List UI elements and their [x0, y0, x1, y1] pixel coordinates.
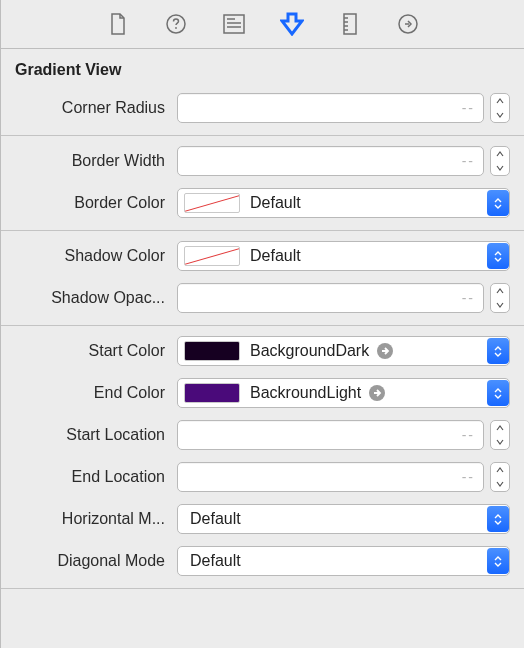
separator — [1, 325, 524, 326]
shadow-color-value: Default — [250, 247, 301, 265]
inspector-tabbar — [1, 0, 524, 49]
popup-arrows-icon — [487, 190, 509, 216]
placeholder: -- — [462, 427, 475, 443]
label-border-width: Border Width — [15, 152, 177, 170]
tab-help[interactable] — [164, 12, 188, 36]
row-corner-radius: Corner Radius -- — [1, 87, 524, 129]
label-corner-radius: Corner Radius — [15, 99, 177, 117]
label-start-color: Start Color — [15, 342, 177, 360]
start-color-value: BackgroundDark — [250, 342, 369, 360]
row-end-color: End Color BackroundLight — [1, 372, 524, 414]
label-shadow-color: Shadow Color — [15, 247, 177, 265]
placeholder: -- — [462, 290, 475, 306]
row-border-width: Border Width -- — [1, 140, 524, 182]
separator — [1, 230, 524, 231]
row-start-location: Start Location -- — [1, 414, 524, 456]
inspector-panel: Gradient View Corner Radius -- Border Wi… — [0, 0, 524, 648]
shadow-opacity-field[interactable]: -- — [177, 283, 484, 313]
no-color-swatch-icon — [184, 246, 240, 266]
color-swatch-icon — [184, 341, 240, 361]
tab-identity[interactable] — [222, 12, 246, 36]
end-color-value: BackroundLight — [250, 384, 361, 402]
label-end-location: End Location — [15, 468, 177, 486]
label-horizontal-mode: Horizontal M... — [15, 510, 177, 528]
border-color-value: Default — [250, 194, 301, 212]
stepper-up-icon[interactable] — [491, 421, 509, 435]
stepper-up-icon[interactable] — [491, 147, 509, 161]
popup-arrows-icon — [487, 506, 509, 532]
stepper-up-icon[interactable] — [491, 284, 509, 298]
tab-attributes[interactable] — [280, 12, 304, 36]
row-border-color: Border Color Default — [1, 182, 524, 224]
horizontal-mode-select[interactable]: Default — [177, 504, 510, 534]
svg-rect-6 — [344, 14, 356, 34]
jump-to-definition-icon[interactable] — [367, 383, 387, 403]
label-border-color: Border Color — [15, 194, 177, 212]
separator — [1, 588, 524, 589]
stepper-up-icon[interactable] — [491, 463, 509, 477]
corner-radius-field[interactable]: -- — [177, 93, 484, 123]
popup-arrows-icon — [487, 243, 509, 269]
start-location-field[interactable]: -- — [177, 420, 484, 450]
placeholder: -- — [462, 469, 475, 485]
border-width-stepper[interactable] — [490, 146, 510, 176]
section-header: Gradient View — [1, 49, 524, 87]
stepper-down-icon[interactable] — [491, 108, 509, 122]
jump-to-definition-icon[interactable] — [375, 341, 395, 361]
shadow-color-popup[interactable]: Default — [177, 241, 510, 271]
popup-arrows-icon — [487, 548, 509, 574]
svg-rect-2 — [224, 15, 244, 33]
popup-arrows-icon — [487, 338, 509, 364]
svg-point-1 — [175, 27, 177, 29]
label-end-color: End Color — [15, 384, 177, 402]
end-location-stepper[interactable] — [490, 462, 510, 492]
border-width-field[interactable]: -- — [177, 146, 484, 176]
placeholder: -- — [462, 100, 475, 116]
section-title: Gradient View — [15, 61, 121, 78]
tab-connections[interactable] — [396, 12, 420, 36]
row-horizontal-mode: Horizontal M... Default — [1, 498, 524, 540]
label-diagonal-mode: Diagonal Mode — [15, 552, 177, 570]
separator — [1, 135, 524, 136]
end-color-popup[interactable]: BackroundLight — [177, 378, 510, 408]
start-location-stepper[interactable] — [490, 420, 510, 450]
stepper-up-icon[interactable] — [491, 94, 509, 108]
row-start-color: Start Color BackgroundDark — [1, 330, 524, 372]
row-shadow-opacity: Shadow Opac... -- — [1, 277, 524, 319]
popup-arrows-icon — [487, 380, 509, 406]
border-color-popup[interactable]: Default — [177, 188, 510, 218]
start-color-popup[interactable]: BackgroundDark — [177, 336, 510, 366]
stepper-down-icon[interactable] — [491, 298, 509, 312]
tab-file[interactable] — [106, 12, 130, 36]
corner-radius-stepper[interactable] — [490, 93, 510, 123]
diagonal-mode-select[interactable]: Default — [177, 546, 510, 576]
row-shadow-color: Shadow Color Default — [1, 235, 524, 277]
end-location-field[interactable]: -- — [177, 462, 484, 492]
horizontal-mode-value: Default — [190, 510, 241, 528]
no-color-swatch-icon — [184, 193, 240, 213]
stepper-down-icon[interactable] — [491, 435, 509, 449]
label-start-location: Start Location — [15, 426, 177, 444]
color-swatch-icon — [184, 383, 240, 403]
stepper-down-icon[interactable] — [491, 161, 509, 175]
shadow-opacity-stepper[interactable] — [490, 283, 510, 313]
stepper-down-icon[interactable] — [491, 477, 509, 491]
label-shadow-opacity: Shadow Opac... — [15, 289, 177, 307]
tab-size[interactable] — [338, 12, 362, 36]
row-diagonal-mode: Diagonal Mode Default — [1, 540, 524, 582]
row-end-location: End Location -- — [1, 456, 524, 498]
placeholder: -- — [462, 153, 475, 169]
diagonal-mode-value: Default — [190, 552, 241, 570]
